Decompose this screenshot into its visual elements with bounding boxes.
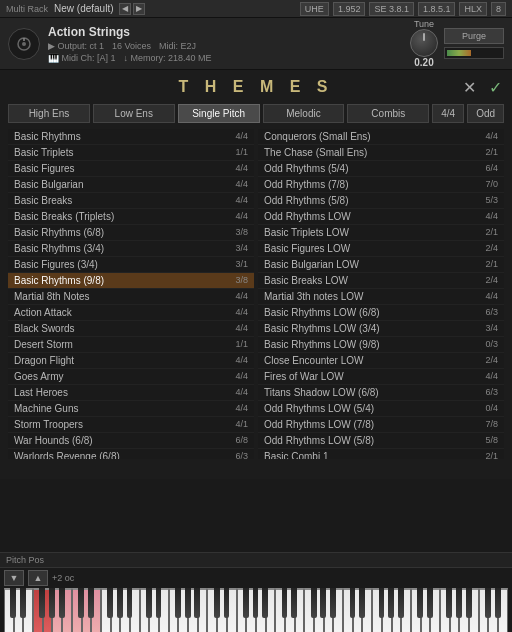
left-list-item[interactable]: Basic Rhythms (6/8)3/8 — [8, 225, 254, 241]
right-list-item[interactable]: Basic Combi 12/1 — [258, 449, 504, 459]
next-btn[interactable]: ▶ — [133, 3, 145, 15]
badge-uhe: UHE — [300, 2, 329, 16]
purge-button[interactable]: Purge — [444, 28, 504, 44]
tune-knob[interactable] — [410, 29, 438, 57]
tab-single-pitch[interactable]: Single Pitch — [178, 104, 260, 123]
right-list-item[interactable]: Odd Rhythms LOW4/4 — [258, 209, 504, 225]
left-list-item[interactable]: Martial 8th Notes4/4 — [8, 289, 254, 305]
left-list-item[interactable]: Goes Army4/4 — [8, 369, 254, 385]
black-key[interactable] — [350, 588, 356, 618]
right-list-item[interactable]: Basic Rhythms LOW (6/8)6/3 — [258, 305, 504, 321]
right-list-item[interactable]: Odd Rhythms (5/8)5/3 — [258, 193, 504, 209]
left-list-item[interactable]: Action Attack4/4 — [8, 305, 254, 321]
black-key[interactable] — [330, 588, 336, 618]
left-list-item[interactable]: War Hounds (6/8)6/8 — [8, 433, 254, 449]
black-key[interactable] — [417, 588, 423, 618]
black-key[interactable] — [49, 588, 55, 618]
right-list-item[interactable]: Conquerors (Small Ens)4/4 — [258, 129, 504, 145]
octave-down-btn[interactable]: ▼ — [4, 570, 24, 586]
black-key[interactable] — [291, 588, 297, 618]
black-key[interactable] — [379, 588, 385, 618]
right-list-item[interactable]: Martial 3th notes LOW4/4 — [258, 289, 504, 305]
black-key[interactable] — [398, 588, 404, 618]
right-list-item[interactable]: Basic Breaks LOW2/4 — [258, 273, 504, 289]
left-list-item[interactable]: Machine Guns4/4 — [8, 401, 254, 417]
black-key[interactable] — [185, 588, 191, 618]
black-key[interactable] — [78, 588, 84, 618]
left-list-item[interactable]: Basic Breaks (Triplets)4/4 — [8, 209, 254, 225]
left-list-item[interactable]: Warlords Revenge (6/8)6/3 — [8, 449, 254, 459]
black-key[interactable] — [156, 588, 162, 618]
black-key[interactable] — [495, 588, 501, 618]
tab-combis[interactable]: Combis — [347, 104, 429, 123]
black-key[interactable] — [39, 588, 45, 618]
right-list-item[interactable]: Fires of War LOW4/4 — [258, 369, 504, 385]
black-key[interactable] — [466, 588, 472, 618]
black-key[interactable] — [427, 588, 433, 618]
prev-btn[interactable]: ◀ — [119, 3, 131, 15]
black-key[interactable] — [224, 588, 230, 618]
instrument-info: Action Strings ▶ Output: ct 1 16 Voices … — [48, 25, 402, 63]
right-list-item[interactable]: Basic Triplets LOW2/1 — [258, 225, 504, 241]
tab-low-ens[interactable]: Low Ens — [93, 104, 175, 123]
tab-high-ens[interactable]: High Ens — [8, 104, 90, 123]
black-key[interactable] — [243, 588, 249, 618]
black-key[interactable] — [485, 588, 491, 618]
black-key[interactable] — [127, 588, 133, 618]
tab-melodic[interactable]: Melodic — [263, 104, 345, 123]
black-key[interactable] — [194, 588, 200, 618]
black-key[interactable] — [446, 588, 452, 618]
black-key[interactable] — [282, 588, 288, 618]
left-list-item[interactable]: Desert Storm1/1 — [8, 337, 254, 353]
black-key[interactable] — [146, 588, 152, 618]
left-list-item[interactable]: Black Swords4/4 — [8, 321, 254, 337]
black-key[interactable] — [117, 588, 123, 618]
piano-keyboard[interactable] — [4, 588, 508, 632]
black-key[interactable] — [88, 588, 94, 618]
right-list-item[interactable]: Odd Rhythms (5/4)6/4 — [258, 161, 504, 177]
right-list-item[interactable]: The Chase (Small Ens)2/1 — [258, 145, 504, 161]
black-key[interactable] — [262, 588, 268, 618]
right-list-item[interactable]: Titans Shadow LOW (6/8)6/3 — [258, 385, 504, 401]
black-key[interactable] — [214, 588, 220, 618]
left-list-item[interactable]: Last Heroes4/4 — [8, 385, 254, 401]
left-list-item[interactable]: Basic Breaks4/4 — [8, 193, 254, 209]
themes-confirm-button[interactable]: ✓ — [489, 78, 502, 97]
left-list-item[interactable]: Basic Rhythms (9/8)3/8 — [8, 273, 254, 289]
black-key[interactable] — [253, 588, 259, 618]
right-list-item[interactable]: Odd Rhythms LOW (7/8)7/8 — [258, 417, 504, 433]
nav-arrows[interactable]: ◀ ▶ — [119, 3, 145, 15]
right-list-item[interactable]: Odd Rhythms LOW (5/4)0/4 — [258, 401, 504, 417]
right-list-item[interactable]: Odd Rhythms (7/8)7/0 — [258, 177, 504, 193]
piano-section: Pitch Pos ▼ ▲ +2 oc — [0, 552, 512, 632]
themes-close-button[interactable]: ✕ — [463, 78, 476, 97]
tab-odd[interactable]: Odd — [467, 104, 504, 123]
right-list-item[interactable]: Basic Figures LOW2/4 — [258, 241, 504, 257]
left-list-item[interactable]: Basic Figures (3/4)3/1 — [8, 257, 254, 273]
black-key[interactable] — [59, 588, 65, 618]
black-key[interactable] — [175, 588, 181, 618]
left-list-item[interactable]: Dragon Flight4/4 — [8, 353, 254, 369]
octave-up-btn[interactable]: ▲ — [28, 570, 48, 586]
left-list-item[interactable]: Basic Rhythms (3/4)3/4 — [8, 241, 254, 257]
right-list-item[interactable]: Close Encounter LOW2/4 — [258, 353, 504, 369]
left-list-item[interactable]: Basic Triplets1/1 — [8, 145, 254, 161]
black-key[interactable] — [320, 588, 326, 618]
black-key[interactable] — [456, 588, 462, 618]
right-list-item[interactable]: Basic Rhythms LOW (3/4)3/4 — [258, 321, 504, 337]
black-key[interactable] — [107, 588, 113, 618]
badge-num: 8 — [491, 2, 506, 16]
right-list-item[interactable]: Basic Rhythms LOW (9/8)0/3 — [258, 337, 504, 353]
right-list-item[interactable]: Odd Rhythms LOW (5/8)5/8 — [258, 433, 504, 449]
black-key[interactable] — [20, 588, 26, 618]
left-list-item[interactable]: Basic Rhythms4/4 — [8, 129, 254, 145]
left-list-item[interactable]: Basic Figures4/4 — [8, 161, 254, 177]
right-list-item[interactable]: Basic Bulgarian LOW2/1 — [258, 257, 504, 273]
left-list-item[interactable]: Storm Troopers4/1 — [8, 417, 254, 433]
left-list-item[interactable]: Basic Bulgarian4/4 — [8, 177, 254, 193]
black-key[interactable] — [10, 588, 16, 618]
tab-4-4[interactable]: 4/4 — [432, 104, 464, 123]
black-key[interactable] — [311, 588, 317, 618]
black-key[interactable] — [388, 588, 394, 618]
black-key[interactable] — [359, 588, 365, 618]
